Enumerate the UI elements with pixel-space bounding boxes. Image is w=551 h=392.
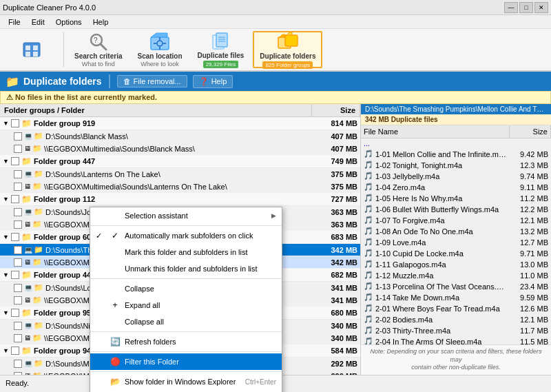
file-row[interactable]: 🎵 2-02 Bodies.m4a 12.1 MB	[361, 314, 551, 325]
home-button[interactable]	[4, 31, 59, 68]
folder-size: 407 MB	[309, 145, 357, 153]
group-label: Folder group 112	[34, 195, 309, 203]
help-button[interactable]: ❓ Help	[193, 75, 233, 88]
file-row[interactable]: 🎵 1-02 Tonight, Tonight.m4a 12.3 MB	[361, 160, 551, 171]
folder-checkbox[interactable]	[14, 208, 22, 216]
duplicate-folders-button[interactable]: Duplicate folders 825 Folder groups	[253, 31, 322, 68]
group-checkbox[interactable]	[11, 309, 19, 317]
file-row[interactable]: 🎵 2-01 Where Boys Fear To Tread.m4a 12.6…	[361, 303, 551, 314]
context-menu-item[interactable]: Collapse all	[90, 313, 282, 330]
folder-row[interactable]: 💻 📁 D:\Sounds\Blanck Mass\ 407 MB	[0, 130, 360, 143]
file-removal-button[interactable]: 🗑 File removal...	[117, 75, 187, 87]
group-checkbox[interactable]	[11, 195, 19, 203]
folder-checkbox[interactable]	[14, 246, 22, 254]
drive-icon: 💻	[24, 246, 32, 254]
file-row[interactable]: 🎵 1-06 Bullet With Butterfly Wings.m4a 1…	[361, 204, 551, 215]
folder-checkbox[interactable]	[14, 132, 22, 141]
group-checkbox[interactable]	[11, 119, 19, 127]
context-menu-item[interactable]: 🔴Filter this Folder	[90, 353, 282, 370]
folder-row[interactable]: 💻 📁 D:\Sounds\Lanterns On The Lake\ 375 …	[0, 168, 360, 180]
context-menu-item[interactable]: 📂Show folder in Windows ExplorerCtrl+Ent…	[90, 373, 282, 390]
file-row[interactable]: 🎵 1-11 Galapogos.m4a 13.0 MB	[361, 259, 551, 270]
file-row[interactable]: 🎵 1-07 To Forgive.m4a 12.1 MB	[361, 215, 551, 226]
expand-icon[interactable]: ▼	[3, 271, 11, 278]
context-menu-item[interactable]: Collapse	[90, 280, 282, 297]
context-menu-separator	[90, 351, 282, 352]
expand-icon[interactable]: ▼	[3, 196, 11, 203]
expand-icon[interactable]: ▼	[3, 309, 11, 316]
file-name: 1-13 Porcelina Of The Vast Oceans.m4a	[375, 282, 507, 291]
scan-location-button[interactable]: Scan location Where to look	[132, 31, 189, 68]
file-row[interactable]: 🎵 1-03 Jellybelly.m4a 9.74 MB	[361, 171, 551, 182]
folder-group-112[interactable]: ▼ 📁 Folder group 112 727 MB	[0, 193, 360, 206]
folder-checkbox[interactable]	[14, 334, 22, 342]
folder-group-447[interactable]: ▼ 📁 Folder group 447 749 MB	[0, 155, 360, 168]
folder-checkbox[interactable]	[14, 372, 22, 375]
close-button[interactable]: ✕	[534, 2, 548, 13]
file-row[interactable]: 🎵 1-14 Take Me Down.m4a 9.59 MB	[361, 292, 551, 303]
context-menu-item[interactable]: 🔄Refresh folders	[90, 333, 282, 350]
folder-group-919[interactable]: ▼ 📁 Folder group 919 814 MB	[0, 117, 360, 130]
expand-icon[interactable]: ▼	[3, 234, 11, 240]
file-row[interactable]: 🎵 1-10 Cupid De Locke.m4a 9.71 MB	[361, 248, 551, 259]
folder-checkbox[interactable]	[14, 183, 22, 191]
menu-options[interactable]: Options	[50, 17, 87, 28]
group-label: Folder group 447	[34, 157, 309, 165]
file-row[interactable]: 🎵 2-04 In The Arms Of Sleep.m4a 11.5 MB	[361, 336, 551, 344]
context-menu-item[interactable]: Selection assistant▶	[90, 207, 282, 224]
folder-checkbox[interactable]	[14, 360, 22, 368]
search-criteria-button[interactable]: ? Search criteria What to find	[68, 31, 129, 68]
file-row[interactable]: 🎵 1-01 Mellon Collie and The Infinite.m4…	[361, 149, 551, 160]
file-name: 1-07 To Forgive.m4a	[375, 216, 507, 225]
file-row[interactable]: 🎵 1-05 Here Is No Why.m4a 11.2 MB	[361, 193, 551, 204]
right-panel-path: D:\Sounds\The Smashing Pumpkins\Mellon C…	[361, 104, 551, 114]
folder-path: D:\Sounds\Blanck Mass\	[45, 132, 309, 141]
expand-icon[interactable]: ▼	[3, 347, 11, 354]
folder-checkbox[interactable]	[14, 296, 22, 305]
menu-edit[interactable]: Edit	[26, 17, 50, 28]
file-row[interactable]: 🎵 1-04 Zero.m4a 9.11 MB	[361, 182, 551, 193]
folder-checkbox[interactable]	[14, 170, 22, 178]
minimize-button[interactable]: —	[504, 2, 518, 13]
right-panel: D:\Sounds\The Smashing Pumpkins\Mellon C…	[361, 104, 551, 375]
scan-location-icon	[149, 32, 171, 52]
file-row[interactable]: 🎵 1-12 Muzzle.m4a 11.0 MB	[361, 270, 551, 281]
folder-checkbox[interactable]	[14, 322, 22, 330]
context-menu-item[interactable]: Unmark this folder and subfolders in lis…	[90, 260, 282, 277]
expand-icon[interactable]: ▼	[3, 120, 11, 127]
file-size: 12.7 MB	[507, 238, 548, 247]
menu-file[interactable]: File	[3, 17, 26, 28]
duplicate-folders-label: Duplicate folders	[260, 52, 315, 61]
file-size: 13.2 MB	[507, 227, 548, 236]
group-checkbox[interactable]	[11, 233, 19, 241]
folder-row[interactable]: 🖥 📁 \\EGGBOX\Multimedia\Sounds\Lanterns …	[0, 180, 360, 193]
expand-icon[interactable]: ▼	[3, 158, 11, 165]
group-size: 727 MB	[309, 195, 357, 203]
context-menu-item[interactable]: +Expand all	[90, 297, 282, 313]
file-row[interactable]: 🎵 1-08 An Ode To No One.m4a 13.2 MB	[361, 226, 551, 237]
folder-checkbox[interactable]	[14, 220, 22, 229]
file-row[interactable]: 🎵 1-09 Love.m4a 12.7 MB	[361, 237, 551, 248]
folder-row[interactable]: 🖥 📁 \\EGGBOX\Multimedia\Sounds\Blanck Ma…	[0, 143, 360, 155]
file-row-parent[interactable]: ...	[361, 138, 551, 149]
app-title: Duplicate Cleaner Pro 4.0.0	[3, 3, 96, 12]
duplicate-folders-badge: 825 Folder groups	[262, 61, 313, 69]
group-checkbox[interactable]	[11, 271, 19, 279]
menu-help[interactable]: Help	[87, 17, 114, 28]
folder-checkbox[interactable]	[14, 145, 22, 153]
group-checkbox[interactable]	[11, 157, 19, 165]
context-menu-item[interactable]: ✓✓Automatically mark subfolders on click	[90, 227, 282, 244]
folder-checkbox[interactable]	[14, 284, 22, 292]
col-folder-name: Folder groups / Folder	[0, 104, 312, 116]
file-row[interactable]: 🎵 2-03 Thirty-Three.m4a 11.7 MB	[361, 325, 551, 336]
maximize-button[interactable]: □	[519, 2, 533, 13]
folder-checkbox[interactable]	[14, 258, 22, 267]
check-icon: ✓	[96, 231, 105, 240]
context-menu-item[interactable]: Mark this folder and subfolders in list	[90, 244, 282, 260]
ctx-label: Collapse all	[125, 318, 276, 326]
group-checkbox[interactable]	[11, 347, 19, 355]
file-row[interactable]: 🎵 1-13 Porcelina Of The Vast Oceans.m4a …	[361, 281, 551, 292]
svg-text:?: ?	[94, 37, 98, 44]
duplicate-files-button[interactable]: Duplicate files 29,329 Files	[191, 31, 251, 68]
file-name: 2-02 Bodies.m4a	[375, 316, 507, 324]
